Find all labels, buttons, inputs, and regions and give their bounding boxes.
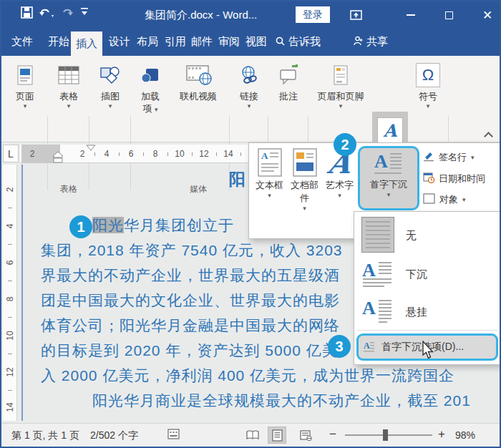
signature-line-label: 签名行 [439,151,467,164]
search-icon [276,36,285,48]
tab-share[interactable]: 共享 [354,35,388,49]
tab-mailings[interactable]: 邮件 [191,35,213,49]
doc-paragraph-line: 阳光华月集团创立于 [92,215,234,235]
tab-design[interactable]: 设计 [109,35,130,49]
pages-button[interactable]: 页面 ▾ [6,60,44,109]
read-mode-icon[interactable] [243,427,262,444]
doc-paragraph-line: 集团，2018 年资产 7540 亿元，收入 3203 [41,240,343,260]
doc-paragraph-line: 体育公司；阳光华月金融是中国最大的网络 [41,316,340,336]
ruler-number: 10 [5,328,15,343]
illustrations-button[interactable]: 插图 ▾ [92,60,129,109]
selected-text: 阳光 [92,217,124,233]
dropdown-arrow-icon: ▾ [360,191,417,198]
online-video-button[interactable]: 联机视频 [169,60,228,102]
signature-line-button[interactable]: 签名行 ▾ [423,150,475,164]
customize-qat-icon[interactable] [80,6,89,19]
web-layout-icon[interactable] [296,427,315,444]
links-label: 链接 [232,90,266,102]
drop-cap-icon: A [360,148,417,178]
pages-icon [6,60,44,90]
quick-parts-icon [288,146,321,179]
symbol-button[interactable]: Ω 符号 ▾ [411,60,445,109]
drop-cap-none-item[interactable]: 无 [406,229,417,243]
tab-references[interactable]: 引用 [165,35,186,49]
tab-file[interactable]: 文件 [11,35,33,49]
word-count[interactable]: 2/502 个字 [90,429,138,442]
tab-layout[interactable]: 布局 [137,35,158,49]
textbox-icon: A [253,146,286,179]
zoom-in-button[interactable]: + [438,427,445,442]
drop-cap-dropped-item[interactable]: 下沉 [406,268,427,281]
comment-button[interactable]: 批注 [271,60,306,102]
quick-parts-label: 文档部件 [288,179,321,205]
svg-text:A: A [362,298,376,318]
tab-stop-selector[interactable]: L [3,145,19,162]
callout-step-3: 3 [328,335,351,358]
close-button[interactable]: ✕ [475,6,500,24]
vertical-ruler[interactable]: 2 4 6 8 10 12 14 [3,165,17,421]
word-window: 集团简介.docx - Word... 登录 ✕ 文件 开始 插入 设计 布局 … [0,0,501,448]
redo-icon[interactable] [61,6,74,21]
quick-parts-button[interactable]: 文档部件 ▾ [288,146,321,212]
tab-tell-me[interactable]: 告诉我 [276,35,321,49]
macro-record-icon[interactable] [167,429,180,442]
ruler-number: 4 [102,149,112,159]
zoom-slider-track[interactable] [345,434,432,436]
object-button[interactable]: 对象 ▾ [423,193,466,206]
date-time-label: 日期和时间 [439,172,485,185]
dropdown-arrow-icon: ▾ [50,102,87,109]
status-bar: 第 1 页, 共 1 页 2/502 个字 − + 98% [1,423,500,447]
dropdown-arrow-icon: ▾ [288,205,321,212]
ribbon-display-options-icon[interactable] [344,6,368,24]
dropdown-arrow-icon: ▾ [92,102,129,109]
dropdown-arrow-icon: ▾ [309,102,372,109]
callout-step-1: 1 [69,215,92,238]
date-time-button[interactable]: 日期和时间 [423,172,485,185]
undo-icon[interactable] [39,6,56,21]
svg-text:A: A [364,341,370,351]
minimize-button[interactable] [399,6,423,24]
tab-view[interactable]: 视图 [245,35,267,49]
ruler-number: 6 [5,255,15,270]
menu-separator [357,330,497,331]
drop-cap-button[interactable]: A 首字下沉 ▾ [358,146,419,210]
table-button[interactable]: 表格 ▾ [50,60,87,109]
doc-paragraph-line: 阳光华月商业是全球规模最大的不动产企业，截至 201 [92,391,471,411]
drop-cap-in-margin-item[interactable]: 悬挂 [406,306,427,319]
ruler-number: 2 [5,182,15,197]
tab-share-label: 共享 [366,35,388,49]
doc-heading: 阳 [229,168,246,190]
signature-line-icon [423,150,434,164]
addins-button[interactable]: 加载 项 ▾ [133,60,167,115]
group-label-table: 表格 [50,183,87,195]
header-footer-button[interactable]: 页眉和页脚 ▾ [309,60,372,109]
links-button[interactable]: 链接 ▾ [232,60,266,109]
page-count[interactable]: 第 1 页, 共 1 页 [11,429,79,442]
ruler-number: 14 [223,149,233,159]
date-time-icon [423,172,434,185]
doc-paragraph-line: 团是中国最大的文化企业、世界最大的电影 [41,291,340,311]
links-icon [232,60,266,90]
hanging-indent-marker[interactable] [53,151,63,163]
print-layout-icon[interactable] [268,427,286,444]
drop-cap-label: 首字下沉 [360,178,417,191]
maximize-button[interactable] [437,6,461,24]
text-icon: A [377,117,403,143]
sign-in-button[interactable]: 登录 [296,6,330,23]
textbox-label: 文本框 [253,179,286,192]
first-line-indent-marker[interactable] [86,145,96,151]
dropdown-arrow-icon: ▾ [155,106,158,113]
tab-insert[interactable]: 插入 [71,31,102,56]
online-video-label: 联机视频 [169,90,228,102]
doc-paragraph-line: 的目标是到 2020 年，资产达到 5000 亿美 [41,341,338,361]
zoom-slider-thumb[interactable] [383,429,388,441]
svg-text:A: A [362,260,376,281]
tab-home[interactable]: 开始 [48,35,69,49]
zoom-level[interactable]: 98% [455,429,475,441]
object-icon [423,193,435,206]
textbox-button[interactable]: A 文本框 ▾ [253,146,286,199]
zoom-out-button[interactable]: − [329,427,336,442]
tab-review[interactable]: 审阅 [218,35,240,49]
save-icon[interactable] [21,6,33,21]
ruler-number: 6 [126,149,136,159]
